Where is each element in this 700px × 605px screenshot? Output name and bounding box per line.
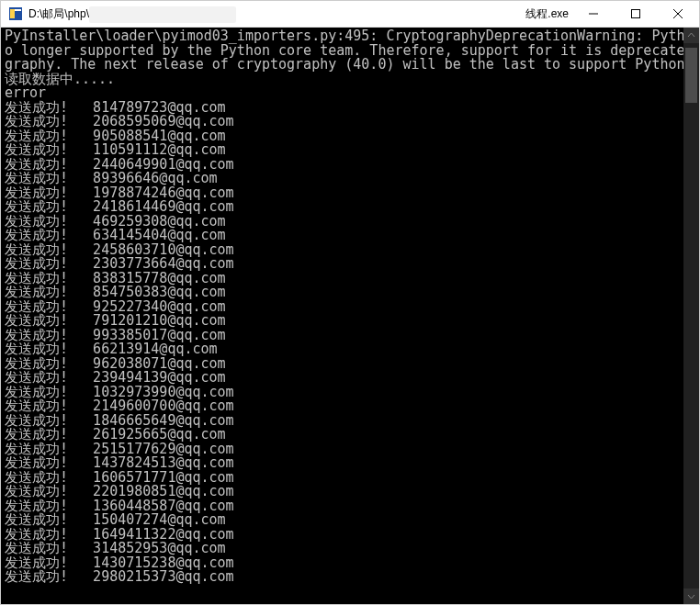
window-title-suffix: 线程.exe (525, 6, 569, 22)
close-button[interactable] (657, 1, 699, 27)
maximize-button[interactable] (615, 1, 657, 27)
window-controls (572, 1, 699, 27)
titlebar[interactable]: D:\邮局\php\ 线程.exe (1, 1, 699, 28)
svg-rect-4 (632, 10, 640, 18)
svg-rect-2 (10, 9, 15, 18)
scroll-thumb[interactable] (685, 48, 697, 103)
scroll-up-button[interactable] (683, 28, 699, 43)
window-title-prefix: D:\邮局\php\ (28, 6, 89, 22)
app-window: D:\邮局\php\ 线程.exe PyInstaller\loader\pyi… (0, 0, 700, 605)
scrollbar-vertical[interactable] (683, 28, 699, 604)
console-output[interactable]: PyInstaller\loader\pyimod03_importers.py… (1, 28, 699, 604)
scroll-down-button[interactable] (683, 588, 699, 604)
send-log: 发送成功! 814789723@qq.com 发送成功! 2068595069@… (5, 99, 234, 586)
title-redacted-region (89, 1, 525, 27)
app-icon (8, 6, 23, 21)
minimize-button[interactable] (572, 1, 615, 27)
